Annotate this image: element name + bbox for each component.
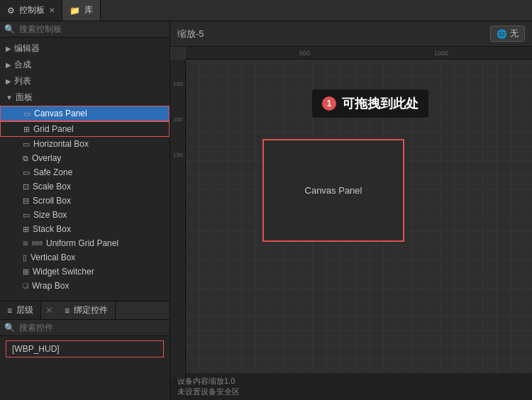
status-line-1: 设备内容缩放1.0 bbox=[177, 376, 525, 387]
top-bar: ⚙ 控制板 ✕ 📁 库 bbox=[0, 0, 532, 21]
bottom-tab-bar: ≡ 层级 ✕ ≡ 绑定控件 bbox=[0, 301, 170, 320]
ugrid-prefix: 888 bbox=[32, 240, 43, 247]
drop-number: 1 bbox=[322, 96, 336, 111]
globe-label: 无 bbox=[510, 28, 519, 40]
item-uniform-grid[interactable]: ⊞ 888 Uniform Grid Panel bbox=[0, 236, 170, 250]
tab-control-label: 控制板 bbox=[19, 4, 45, 16]
bind-icon: ≡ bbox=[65, 306, 70, 316]
bottom-search-icon: 🔍 bbox=[4, 323, 15, 333]
overlay-label: Overlay bbox=[32, 153, 61, 163]
tab-close-icon[interactable]: ✕ bbox=[49, 6, 55, 14]
globe-icon: 🌐 bbox=[497, 29, 507, 39]
grid-canvas[interactable]: 500 1000 250 200 150 1 可拖拽到此处 Canvas Pan… bbox=[170, 47, 532, 400]
ruler-mark-1000: 1000 bbox=[434, 50, 448, 57]
canvas-panel-widget[interactable]: Canvas Panel bbox=[262, 139, 404, 242]
grid-panel-icon: ⊞ bbox=[23, 125, 30, 134]
ruler-mark-500: 500 bbox=[299, 50, 310, 57]
vbox-icon: ▯ bbox=[23, 253, 27, 262]
hbox-label: Horizontal Box bbox=[33, 139, 89, 149]
ruler-left: 250 200 150 bbox=[170, 60, 186, 379]
group-editor[interactable]: ▶ 编辑器 bbox=[0, 40, 170, 57]
group-composite-label: 合成 bbox=[14, 59, 31, 71]
sizebox-icon: ▭ bbox=[23, 211, 30, 220]
item-horizontal-box[interactable]: ▭ Horizontal Box bbox=[0, 137, 170, 151]
ruler-mark-200: 200 bbox=[173, 116, 182, 123]
search-bar: 🔍 bbox=[0, 21, 170, 38]
item-vertical-box[interactable]: ▯ Vertical Box bbox=[0, 250, 170, 265]
item-grid-panel[interactable]: ⊞ Grid Panel bbox=[0, 121, 170, 137]
item-wrap-box[interactable]: ❏ Wrap Box bbox=[0, 279, 170, 293]
arrow-icon: ▶ bbox=[6, 77, 11, 85]
item-size-box[interactable]: ▭ Size Box bbox=[0, 208, 170, 222]
group-list-label: 列表 bbox=[14, 75, 31, 87]
group-list[interactable]: ▶ 列表 bbox=[0, 73, 170, 89]
arrow-icon: ▶ bbox=[6, 45, 11, 52]
search-input[interactable] bbox=[19, 24, 165, 34]
item-scroll-box[interactable]: ⊟ Scroll Box bbox=[0, 194, 170, 208]
hierarchy-icon: ≡ bbox=[7, 306, 12, 316]
main-layout: 🔍 ▶ 编辑器 ▶ 合成 ▶ 列表 ▼ 面板 bbox=[0, 21, 532, 400]
scalebox-icon: ⊡ bbox=[23, 182, 29, 191]
ruler-mark-250: 250 bbox=[173, 81, 182, 87]
drop-text: 可拖拽到此处 bbox=[342, 95, 419, 112]
ruler-mark-150: 150 bbox=[173, 152, 182, 158]
arrow-expand-icon: ▼ bbox=[6, 94, 13, 101]
canvas-widget-label: Canvas Panel bbox=[305, 185, 362, 196]
status-line-2: 未设置设备安全区 bbox=[177, 387, 525, 397]
sizebox-label: Size Box bbox=[33, 210, 67, 220]
item-stack-box[interactable]: ⊞ Stack Box bbox=[0, 222, 170, 236]
left-panel: 🔍 ▶ 编辑器 ▶ 合成 ▶ 列表 ▼ 面板 bbox=[0, 21, 170, 400]
tab-library[interactable]: 📁 库 bbox=[62, 0, 101, 21]
group-panel[interactable]: ▼ 面板 bbox=[0, 89, 170, 106]
canvas-header: 缩放-5 🌐 无 bbox=[170, 21, 532, 47]
hierarchy-item-wbp-hud[interactable]: [WBP_HUD] bbox=[6, 340, 164, 357]
group-panel-label: 面板 bbox=[16, 91, 33, 104]
item-safe-zone[interactable]: ▭ Safe Zone bbox=[0, 165, 170, 179]
scrollbox-icon: ⊟ bbox=[23, 196, 29, 206]
overlay-icon: ⧉ bbox=[23, 154, 28, 163]
safezone-label: Safe Zone bbox=[33, 167, 72, 177]
tab-bind-widget[interactable]: ≡ 绑定控件 bbox=[57, 301, 116, 319]
group-editor-label: 编辑器 bbox=[14, 43, 40, 55]
item-widget-switcher[interactable]: ⊞ Widget Switcher bbox=[0, 265, 170, 279]
tab-library-label: 库 bbox=[84, 4, 93, 16]
control-icon: ⚙ bbox=[7, 6, 15, 16]
wswitcher-label: Widget Switcher bbox=[33, 267, 94, 277]
item-scale-box[interactable]: ⊡ Scale Box bbox=[0, 179, 170, 194]
safezone-icon: ▭ bbox=[23, 168, 30, 177]
hierarchy-label: 层级 bbox=[16, 304, 33, 316]
stackbox-icon: ⊞ bbox=[23, 225, 29, 234]
item-canvas-panel[interactable]: ▭ Canvas Panel bbox=[0, 106, 170, 121]
tab-separator: ✕ bbox=[41, 305, 57, 316]
item-overlay[interactable]: ⧉ Overlay bbox=[0, 151, 170, 165]
ugrid-label: Uniform Grid Panel bbox=[46, 238, 118, 248]
group-composite[interactable]: ▶ 合成 bbox=[0, 57, 170, 73]
tab-hierarchy[interactable]: ≡ 层级 bbox=[0, 301, 41, 319]
wrapbox-label: Wrap Box bbox=[32, 281, 69, 291]
hierarchy-search-input[interactable] bbox=[19, 323, 165, 333]
tab-control[interactable]: ⚙ 控制板 ✕ bbox=[0, 0, 62, 21]
scrollbox-label: Scroll Box bbox=[33, 196, 71, 206]
canvas-area: 缩放-5 🌐 无 500 1000 250 200 150 1 bbox=[170, 21, 532, 400]
globe-button[interactable]: 🌐 无 bbox=[490, 26, 525, 42]
drop-tooltip: 1 可拖拽到此处 bbox=[312, 89, 428, 118]
tree-panel: ▶ 编辑器 ▶ 合成 ▶ 列表 ▼ 面板 ▭ Canvas Panel bbox=[0, 38, 170, 301]
vbox-label: Vertical Box bbox=[31, 252, 75, 262]
library-icon: 📁 bbox=[70, 6, 80, 16]
canvas-panel-label: Canvas Panel bbox=[34, 109, 87, 118]
wbp-hud-label: [WBP_HUD] bbox=[12, 344, 60, 354]
wrapbox-icon: ❏ bbox=[23, 282, 28, 289]
canvas-status: 设备内容缩放1.0 未设置设备安全区 bbox=[170, 373, 532, 400]
zoom-label: 缩放-5 bbox=[177, 28, 204, 40]
grid-panel-label: Grid Panel bbox=[33, 124, 74, 134]
ugrid-icon: ⊞ bbox=[23, 240, 28, 247]
bind-label: 绑定控件 bbox=[74, 304, 108, 316]
wswitcher-icon: ⊞ bbox=[23, 267, 29, 277]
search-icon: 🔍 bbox=[4, 24, 15, 34]
stackbox-label: Stack Box bbox=[33, 224, 71, 234]
ruler-top: 500 1000 bbox=[186, 47, 532, 60]
arrow-icon: ▶ bbox=[6, 61, 11, 69]
canvas-panel-icon: ▭ bbox=[23, 109, 31, 118]
bottom-panel: ≡ 层级 ✕ ≡ 绑定控件 🔍 [WBP_HUD] bbox=[0, 301, 170, 400]
bottom-search: 🔍 bbox=[0, 320, 170, 336]
